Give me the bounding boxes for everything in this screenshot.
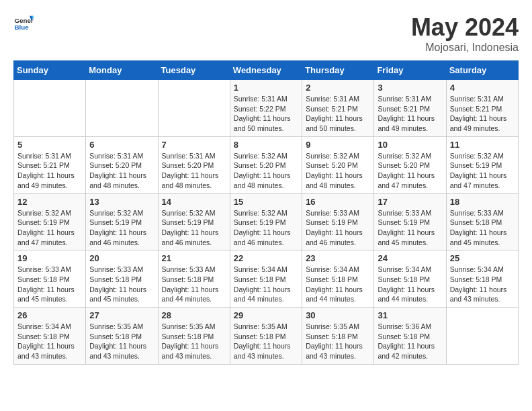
day-number: 17 bbox=[378, 197, 442, 207]
cell-content: Sunrise: 5:34 AMSunset: 5:18 PMDaylight:… bbox=[17, 322, 82, 361]
weekday-header: Thursday bbox=[302, 61, 374, 80]
weekday-header: Friday bbox=[374, 61, 446, 80]
cell-content: Sunrise: 5:35 AMSunset: 5:18 PMDaylight:… bbox=[306, 322, 370, 361]
calendar-cell: 9Sunrise: 5:32 AMSunset: 5:20 PMDaylight… bbox=[302, 136, 374, 193]
day-number: 29 bbox=[234, 310, 298, 320]
weekday-header: Monday bbox=[86, 61, 158, 80]
cell-content: Sunrise: 5:35 AMSunset: 5:18 PMDaylight:… bbox=[234, 322, 298, 361]
calendar-cell: 20Sunrise: 5:33 AMSunset: 5:18 PMDayligh… bbox=[86, 250, 158, 308]
day-number: 1 bbox=[234, 83, 298, 93]
calendar-cell: 11Sunrise: 5:32 AMSunset: 5:19 PMDayligh… bbox=[446, 136, 518, 193]
logo: General Blue bbox=[13, 13, 34, 34]
cell-content: Sunrise: 5:31 AMSunset: 5:22 PMDaylight:… bbox=[234, 94, 298, 134]
svg-text:Blue: Blue bbox=[15, 24, 30, 31]
day-number: 6 bbox=[89, 140, 154, 150]
day-number: 18 bbox=[450, 197, 515, 207]
day-number: 20 bbox=[89, 253, 154, 263]
calendar-week-row: 12Sunrise: 5:32 AMSunset: 5:19 PMDayligh… bbox=[14, 193, 519, 250]
cell-content: Sunrise: 5:31 AMSunset: 5:21 PMDaylight:… bbox=[17, 151, 82, 191]
cell-content: Sunrise: 5:33 AMSunset: 5:18 PMDaylight:… bbox=[162, 265, 226, 304]
calendar-cell: 7Sunrise: 5:31 AMSunset: 5:20 PMDaylight… bbox=[158, 136, 230, 193]
day-number: 31 bbox=[378, 310, 442, 320]
weekday-header: Wednesday bbox=[230, 61, 302, 80]
day-number: 13 bbox=[89, 197, 154, 207]
cell-content: Sunrise: 5:33 AMSunset: 5:18 PMDaylight:… bbox=[17, 265, 82, 304]
calendar-cell: 28Sunrise: 5:35 AMSunset: 5:18 PMDayligh… bbox=[158, 308, 230, 365]
cell-content: Sunrise: 5:33 AMSunset: 5:19 PMDaylight:… bbox=[378, 208, 442, 248]
title-area: May 2024 Mojosari, Indonesia bbox=[411, 13, 519, 54]
day-number: 24 bbox=[378, 253, 442, 263]
month-title: May 2024 bbox=[411, 13, 519, 42]
calendar-cell: 13Sunrise: 5:32 AMSunset: 5:19 PMDayligh… bbox=[86, 193, 158, 250]
cell-content: Sunrise: 5:36 AMSunset: 5:18 PMDaylight:… bbox=[378, 322, 442, 361]
calendar-cell: 6Sunrise: 5:31 AMSunset: 5:20 PMDaylight… bbox=[86, 136, 158, 193]
weekday-header: Sunday bbox=[14, 61, 86, 80]
day-number: 10 bbox=[378, 140, 442, 150]
logo-icon: General Blue bbox=[13, 13, 34, 34]
day-number: 2 bbox=[306, 83, 370, 93]
calendar-cell bbox=[158, 80, 230, 137]
calendar-cell: 31Sunrise: 5:36 AMSunset: 5:18 PMDayligh… bbox=[374, 308, 446, 365]
day-number: 23 bbox=[306, 253, 370, 263]
day-number: 14 bbox=[162, 197, 226, 207]
calendar-cell: 17Sunrise: 5:33 AMSunset: 5:19 PMDayligh… bbox=[374, 193, 446, 250]
calendar-cell: 18Sunrise: 5:33 AMSunset: 5:18 PMDayligh… bbox=[446, 193, 518, 250]
cell-content: Sunrise: 5:34 AMSunset: 5:18 PMDaylight:… bbox=[234, 265, 298, 304]
cell-content: Sunrise: 5:32 AMSunset: 5:20 PMDaylight:… bbox=[234, 151, 298, 191]
cell-content: Sunrise: 5:32 AMSunset: 5:19 PMDaylight:… bbox=[89, 208, 154, 248]
day-number: 28 bbox=[162, 310, 226, 320]
calendar-cell: 16Sunrise: 5:33 AMSunset: 5:19 PMDayligh… bbox=[302, 193, 374, 250]
calendar-cell: 24Sunrise: 5:34 AMSunset: 5:18 PMDayligh… bbox=[374, 250, 446, 308]
calendar-week-row: 19Sunrise: 5:33 AMSunset: 5:18 PMDayligh… bbox=[14, 250, 519, 308]
day-number: 25 bbox=[450, 253, 515, 263]
day-number: 8 bbox=[234, 140, 298, 150]
cell-content: Sunrise: 5:31 AMSunset: 5:21 PMDaylight:… bbox=[378, 94, 442, 134]
weekday-header: Tuesday bbox=[158, 61, 230, 80]
calendar-cell: 30Sunrise: 5:35 AMSunset: 5:18 PMDayligh… bbox=[302, 308, 374, 365]
cell-content: Sunrise: 5:32 AMSunset: 5:20 PMDaylight:… bbox=[378, 151, 442, 191]
calendar-cell bbox=[14, 80, 86, 137]
day-number: 21 bbox=[162, 253, 226, 263]
cell-content: Sunrise: 5:34 AMSunset: 5:18 PMDaylight:… bbox=[378, 265, 442, 304]
cell-content: Sunrise: 5:32 AMSunset: 5:20 PMDaylight:… bbox=[306, 151, 370, 191]
calendar-cell bbox=[446, 308, 518, 365]
cell-content: Sunrise: 5:33 AMSunset: 5:18 PMDaylight:… bbox=[89, 265, 154, 304]
cell-content: Sunrise: 5:31 AMSunset: 5:20 PMDaylight:… bbox=[89, 151, 154, 191]
cell-content: Sunrise: 5:33 AMSunset: 5:19 PMDaylight:… bbox=[306, 208, 370, 248]
calendar-week-row: 1Sunrise: 5:31 AMSunset: 5:22 PMDaylight… bbox=[14, 80, 519, 137]
cell-content: Sunrise: 5:33 AMSunset: 5:18 PMDaylight:… bbox=[450, 208, 515, 248]
weekday-header: Saturday bbox=[446, 61, 518, 80]
cell-content: Sunrise: 5:32 AMSunset: 5:19 PMDaylight:… bbox=[162, 208, 226, 248]
calendar-cell: 27Sunrise: 5:35 AMSunset: 5:18 PMDayligh… bbox=[86, 308, 158, 365]
day-number: 30 bbox=[306, 310, 370, 320]
calendar-week-row: 5Sunrise: 5:31 AMSunset: 5:21 PMDaylight… bbox=[14, 136, 519, 193]
calendar-cell: 15Sunrise: 5:32 AMSunset: 5:19 PMDayligh… bbox=[230, 193, 302, 250]
weekday-header-row: SundayMondayTuesdayWednesdayThursdayFrid… bbox=[14, 61, 519, 80]
calendar-cell: 22Sunrise: 5:34 AMSunset: 5:18 PMDayligh… bbox=[230, 250, 302, 308]
cell-content: Sunrise: 5:32 AMSunset: 5:19 PMDaylight:… bbox=[17, 208, 82, 248]
day-number: 3 bbox=[378, 83, 442, 93]
calendar-cell: 12Sunrise: 5:32 AMSunset: 5:19 PMDayligh… bbox=[14, 193, 86, 250]
calendar-cell: 3Sunrise: 5:31 AMSunset: 5:21 PMDaylight… bbox=[374, 80, 446, 137]
day-number: 4 bbox=[450, 83, 515, 93]
calendar-table: SundayMondayTuesdayWednesdayThursdayFrid… bbox=[13, 60, 519, 365]
day-number: 5 bbox=[17, 140, 82, 150]
cell-content: Sunrise: 5:34 AMSunset: 5:18 PMDaylight:… bbox=[306, 265, 370, 304]
day-number: 11 bbox=[450, 140, 515, 150]
calendar-cell: 10Sunrise: 5:32 AMSunset: 5:20 PMDayligh… bbox=[374, 136, 446, 193]
day-number: 27 bbox=[89, 310, 154, 320]
cell-content: Sunrise: 5:32 AMSunset: 5:19 PMDaylight:… bbox=[234, 208, 298, 248]
calendar-cell: 21Sunrise: 5:33 AMSunset: 5:18 PMDayligh… bbox=[158, 250, 230, 308]
calendar-cell: 2Sunrise: 5:31 AMSunset: 5:21 PMDaylight… bbox=[302, 80, 374, 137]
calendar-cell: 29Sunrise: 5:35 AMSunset: 5:18 PMDayligh… bbox=[230, 308, 302, 365]
calendar-cell: 4Sunrise: 5:31 AMSunset: 5:21 PMDaylight… bbox=[446, 80, 518, 137]
cell-content: Sunrise: 5:31 AMSunset: 5:21 PMDaylight:… bbox=[306, 94, 370, 134]
cell-content: Sunrise: 5:35 AMSunset: 5:18 PMDaylight:… bbox=[89, 322, 154, 361]
cell-content: Sunrise: 5:35 AMSunset: 5:18 PMDaylight:… bbox=[162, 322, 226, 361]
cell-content: Sunrise: 5:32 AMSunset: 5:19 PMDaylight:… bbox=[450, 151, 515, 191]
day-number: 15 bbox=[234, 197, 298, 207]
day-number: 19 bbox=[17, 253, 82, 263]
day-number: 26 bbox=[17, 310, 82, 320]
day-number: 22 bbox=[234, 253, 298, 263]
calendar-cell: 23Sunrise: 5:34 AMSunset: 5:18 PMDayligh… bbox=[302, 250, 374, 308]
